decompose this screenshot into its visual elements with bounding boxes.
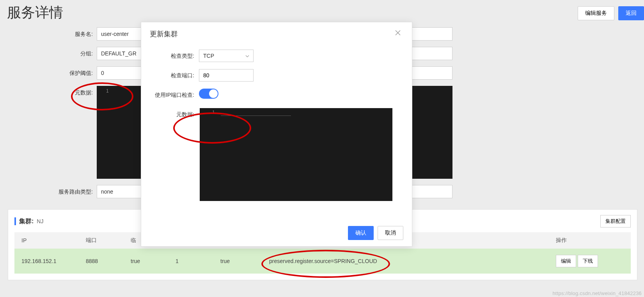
cancel-button[interactable]: 取消 (378, 226, 403, 240)
label-metadata: 元数据: (0, 86, 97, 99)
cell-weight: 1 (169, 249, 213, 274)
confirm-button[interactable]: 确认 (348, 226, 374, 240)
cell-port: 8888 (79, 249, 124, 274)
cell-ops: 编辑 下线 (549, 249, 631, 274)
accent-bar (14, 217, 16, 225)
cluster-title: 集群: (19, 217, 34, 226)
label-check-type: 检查类型: (150, 50, 199, 62)
toggle-knob (209, 89, 218, 98)
cell-healthy: true (213, 249, 262, 274)
th-ops: 操作 (549, 232, 631, 249)
close-icon[interactable] (393, 29, 403, 39)
cell-metadata: preserved.register.source=SPRING_CLOUD (262, 249, 549, 274)
check-type-value: TCP (203, 53, 214, 59)
update-cluster-modal: 更新集群 检查类型: TCP 检查端口: (141, 22, 412, 247)
th-port: 端口 (79, 232, 124, 249)
row-offline-button[interactable]: 下线 (578, 255, 598, 267)
label-modal-metadata: 元数据: (150, 108, 199, 121)
th-ip: IP (14, 232, 79, 249)
cell-ephemeral: true (124, 249, 169, 274)
cluster-config-button[interactable]: 集群配置 (600, 215, 631, 228)
label-use-ip-port: 使用IP端口检查: (150, 89, 199, 101)
label-service-name: 服务名: (0, 27, 97, 41)
label-route-type: 服务路由类型: (0, 185, 97, 198)
check-port-input[interactable] (199, 69, 254, 82)
modal-title: 更新集群 (150, 29, 178, 39)
label-group: 分组: (0, 47, 97, 60)
back-button[interactable]: 返回 (618, 6, 644, 20)
page-header-buttons: 编辑服务 返回 (578, 6, 644, 20)
modal-metadata-editor[interactable]: 1 (200, 108, 392, 201)
label-check-port: 检查端口: (150, 69, 199, 82)
page-title: 服务详情 (7, 3, 63, 22)
watermark: https://blog.csdn.net/weixin_41842236 (552, 290, 642, 296)
editor-cursor-line (221, 108, 291, 116)
row-edit-button[interactable]: 编辑 (556, 255, 576, 267)
cell-ip: 192.168.152.1 (14, 249, 79, 274)
label-protect-threshold: 保护阈值: (0, 66, 97, 80)
cluster-name: NJ (37, 218, 43, 224)
chevron-down-icon (245, 53, 249, 59)
editor-line-number: 1 (106, 88, 109, 94)
use-ip-port-toggle[interactable] (199, 89, 218, 99)
edit-service-button[interactable]: 编辑服务 (578, 6, 614, 20)
editor-line-number: 1 (212, 110, 215, 115)
check-type-select[interactable]: TCP (199, 50, 254, 62)
table-row: 192.168.152.1 8888 true 1 true preserved… (14, 249, 631, 274)
